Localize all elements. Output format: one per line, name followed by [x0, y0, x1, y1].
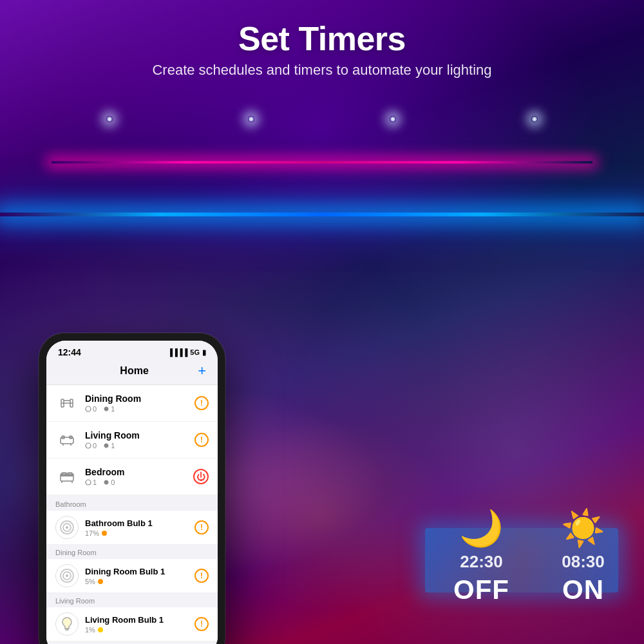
dining-room-name: Dining Room	[85, 393, 194, 404]
ceiling-light-3	[390, 116, 396, 122]
status-time: 12:44	[58, 347, 81, 357]
bedroom-name: Bedroom	[85, 467, 193, 477]
on-icon3	[103, 479, 109, 486]
living-stat-off: 0	[85, 442, 97, 450]
status-icons: ▐▐▐▐ 5G ▮	[167, 348, 206, 357]
dining-stat-on: 1	[103, 405, 115, 413]
svg-rect-24	[66, 630, 69, 631]
ceiling-light-4	[531, 116, 538, 122]
timer-off-label: OFF	[453, 574, 509, 605]
timer-off-time: 22:30	[453, 552, 509, 572]
timer-on-time: 08:30	[561, 552, 605, 572]
dining-stat-off: 0	[85, 405, 97, 413]
living-icon-svg	[59, 432, 75, 448]
ring-icon-svg	[58, 518, 76, 536]
svg-point-9	[86, 443, 91, 448]
living-bulb-1-info: Living Room Bulb 1 1%	[85, 615, 194, 634]
bathroom-bulb-icon	[55, 516, 79, 539]
room-groups: Dining Room 0 1	[46, 385, 218, 495]
page-title: Set Timers	[0, 19, 644, 58]
phone-screen: 12:44 ▐▐▐▐ 5G ▮ Home +	[46, 341, 218, 644]
sun-icon: ☀️	[561, 507, 605, 549]
ceiling-strip-blue	[0, 213, 644, 216]
ceiling-strip-magenta	[52, 161, 592, 164]
living-status-dot	[98, 627, 103, 632]
dining-section: Dining Room Dining Room Bulb 1	[46, 545, 218, 593]
living-room-icon	[55, 428, 79, 451]
network-label: 5G	[190, 348, 200, 356]
battery-icon: ▮	[202, 348, 206, 357]
bedroom-stat-on: 0	[103, 478, 115, 486]
bulb-icon-svg	[61, 616, 73, 632]
bathroom-section: Bathroom Bathroom Bulb 1	[46, 497, 218, 545]
timer-off: 🌙 22:30 OFF	[453, 507, 509, 605]
living-bulb-alert-icon: !	[194, 617, 209, 631]
bedroom-stats: 1 0	[85, 478, 193, 486]
dining-status-dot	[98, 579, 103, 584]
living-room-stats: 0 1	[85, 442, 194, 450]
bedroom-icon-svg	[59, 469, 75, 484]
living-room-info: Living Room 0 1	[85, 430, 194, 450]
dining-room-icon	[55, 392, 79, 415]
dining-room-stats: 0 1	[85, 405, 194, 413]
bathroom-bulb-1-status: 17%	[85, 529, 194, 537]
dining-bulb-icon	[55, 564, 79, 587]
bathroom-bulb-1-name: Bathroom Bulb 1	[85, 518, 194, 528]
bedroom-section-header: Bedroom	[46, 641, 218, 644]
bathroom-alert-icon: !	[194, 520, 209, 535]
status-bar: 12:44 ▐▐▐▐ 5G ▮	[46, 341, 218, 360]
dining-section-header: Dining Room	[46, 545, 218, 559]
living-section: Living Room Living Room Bulb 1	[46, 593, 218, 641]
bathroom-section-header: Bathroom	[46, 497, 218, 511]
dining-icon-svg	[59, 395, 75, 411]
bedroom-section: Bedroom	[46, 641, 218, 644]
dining-bulb-1-name: Dining Room Bulb 1	[85, 567, 194, 576]
bedroom-icon	[55, 465, 79, 488]
timer-on: ☀️ 08:30 ON	[561, 507, 605, 605]
dining-brightness-label: 5%	[85, 578, 95, 585]
svg-point-16	[86, 480, 91, 485]
on-icon	[103, 406, 109, 412]
room-item-living[interactable]: Living Room 0 1	[46, 422, 218, 459]
timer-section: 🌙 22:30 OFF ☀️ 08:30 ON	[453, 507, 605, 605]
moon-icon: 🌙	[453, 507, 509, 549]
dining-bulb-1-status: 5%	[85, 578, 194, 585]
phone-body: 12:44 ▐▐▐▐ 5G ▮ Home +	[39, 333, 225, 644]
off-icon3	[85, 479, 91, 486]
app-content: Dining Room 0 1	[46, 385, 218, 644]
header-section: Set Timers Create schedules and timers t…	[0, 19, 644, 79]
nav-bar: Home +	[46, 360, 218, 385]
living-room-name: Living Room	[85, 430, 194, 440]
ceiling-light-1	[106, 116, 113, 122]
ring-icon-svg2	[58, 567, 76, 585]
bathroom-brightness-label: 17%	[85, 529, 99, 537]
ceiling-lights	[0, 116, 644, 122]
living-brightness-label: 1%	[85, 626, 95, 634]
svg-rect-23	[65, 629, 69, 630]
dining-bulb-1-item[interactable]: Dining Room Bulb 1 5% !	[46, 559, 218, 593]
on-icon2	[103, 442, 109, 449]
signal-icon: ▐▐▐▐	[167, 348, 187, 356]
bathroom-bulb-1-info: Bathroom Bulb 1 17%	[85, 518, 194, 537]
living-alert-icon: !	[194, 433, 209, 447]
dining-room-info: Dining Room 0 1	[85, 393, 194, 413]
living-bulb-icon	[55, 612, 79, 636]
timer-on-label: ON	[561, 574, 605, 605]
svg-point-22	[66, 574, 68, 577]
bathroom-bulb-1-item[interactable]: Bathroom Bulb 1 17% !	[46, 511, 218, 545]
dining-bulb-alert-icon: !	[194, 569, 209, 583]
ceiling-light-2	[248, 116, 254, 122]
living-bulb-1-item[interactable]: Living Room Bulb 1 1% !	[46, 607, 218, 641]
room-item-bedroom[interactable]: Bedroom 1 0	[46, 459, 218, 495]
living-section-header: Living Room	[46, 593, 218, 607]
dining-alert-icon: !	[194, 396, 209, 410]
off-icon2	[85, 442, 91, 449]
page-subtitle: Create schedules and timers to automate …	[0, 62, 644, 79]
bedroom-stat-off: 1	[85, 478, 97, 486]
svg-point-19	[66, 526, 68, 529]
room-item-dining[interactable]: Dining Room 0 1	[46, 385, 218, 422]
add-home-button[interactable]: +	[198, 363, 206, 379]
bedroom-power-icon: ⏻	[193, 469, 209, 484]
phone-mockup: 12:44 ▐▐▐▐ 5G ▮ Home +	[39, 333, 225, 644]
living-stat-on: 1	[103, 442, 115, 450]
